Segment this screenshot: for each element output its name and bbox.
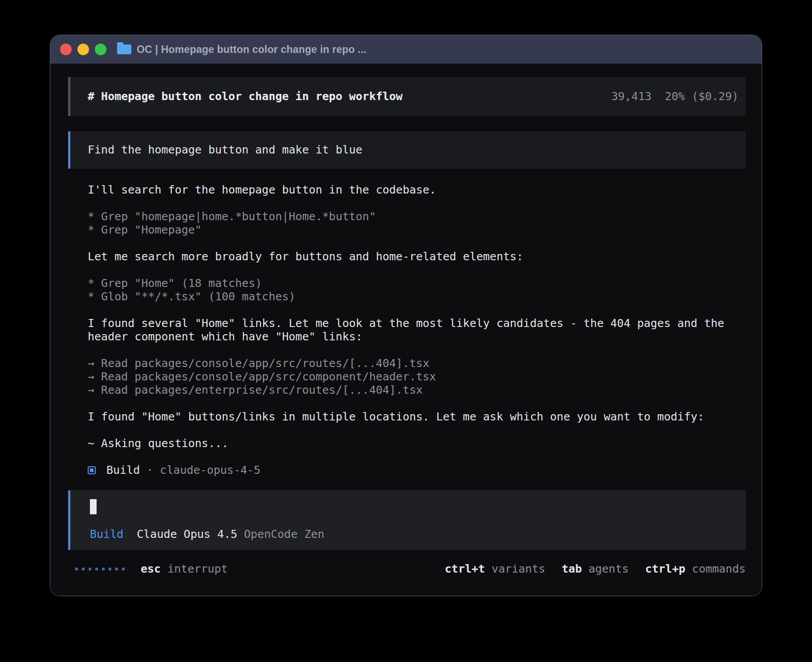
token-count: 39,413	[611, 90, 651, 103]
agent-status-row: Build · claude-opus-4-5	[88, 464, 738, 477]
shortcut-hints: ctrl+t variants tab agents ctrl+p comman…	[445, 562, 746, 576]
text-cursor	[90, 499, 97, 514]
context-percent: 20%	[665, 90, 685, 103]
agent-separator: ·	[146, 464, 153, 477]
input-model-name[interactable]: Claude Opus 4.5	[137, 528, 237, 541]
minimize-button[interactable]	[77, 44, 89, 55]
terminal-content: # Homepage button color change in repo w…	[50, 77, 762, 596]
assistant-text: I found several "Home" links. Let me loo…	[88, 317, 738, 343]
session-stats: 39,413 20% ($0.29)	[611, 90, 739, 103]
session-header: # Homepage button color change in repo w…	[68, 77, 746, 116]
asking-status: ~ Asking questions...	[88, 437, 738, 450]
spinner-dots-icon	[75, 568, 125, 570]
agent-name: Build	[106, 464, 140, 477]
user-message: Find the homepage button and make it blu…	[68, 131, 746, 169]
session-cost: ($0.29)	[692, 90, 739, 103]
tool-call-glob: * Glob "**/*.tsx" (100 matches)	[88, 290, 738, 303]
interrupt-key: esc	[141, 562, 161, 576]
terminal-window: OC | Homepage button color change in rep…	[50, 35, 762, 596]
agent-model: claude-opus-4-5	[160, 464, 260, 477]
assistant-text: I'll search for the homepage button in t…	[88, 183, 738, 197]
titlebar[interactable]: OC | Homepage button color change in rep…	[50, 35, 762, 64]
shortcut-agents: tab agents	[562, 562, 629, 576]
input-provider: OpenCode Zen	[244, 528, 325, 541]
tool-call-read: → Read packages/console/app/src/routes/[…	[88, 357, 738, 370]
chat-transcript: I'll search for the homepage button in t…	[88, 183, 738, 477]
prompt-input[interactable]: Build Claude Opus 4.5 OpenCode Zen	[68, 490, 746, 550]
tool-call-grep: * Grep "Homepage"	[88, 223, 738, 237]
interrupt-label: interrupt	[167, 562, 227, 576]
tool-call-grep: * Grep "Home" (18 matches)	[88, 277, 738, 290]
tool-call-grep: * Grep "homepage|home.*button|Home.*butt…	[88, 210, 738, 223]
model-row: Build Claude Opus 4.5 OpenCode Zen	[90, 528, 739, 541]
user-message-text: Find the homepage button and make it blu…	[88, 143, 362, 157]
tool-call-read: → Read packages/console/app/src/componen…	[88, 370, 738, 383]
input-agent-mode[interactable]: Build	[90, 528, 123, 541]
tool-call-read: → Read packages/enterprise/src/routes/[.…	[88, 383, 738, 397]
status-left: esc interrupt	[68, 562, 228, 576]
window-title: OC | Homepage button color change in rep…	[137, 44, 366, 56]
maximize-button[interactable]	[95, 44, 106, 55]
build-agent-icon	[88, 466, 96, 474]
folder-icon	[117, 44, 131, 54]
shortcut-commands: ctrl+p commands	[645, 562, 746, 576]
assistant-text: Let me search more broadly for buttons a…	[88, 250, 738, 263]
shortcut-variants: ctrl+t variants	[445, 562, 545, 576]
traffic-lights	[60, 44, 106, 55]
status-bar: esc interrupt ctrl+t variants tab agents…	[68, 562, 746, 576]
close-button[interactable]	[60, 44, 72, 55]
assistant-text: I found "Home" buttons/links in multiple…	[88, 410, 738, 424]
session-title: # Homepage button color change in repo w…	[88, 90, 402, 103]
